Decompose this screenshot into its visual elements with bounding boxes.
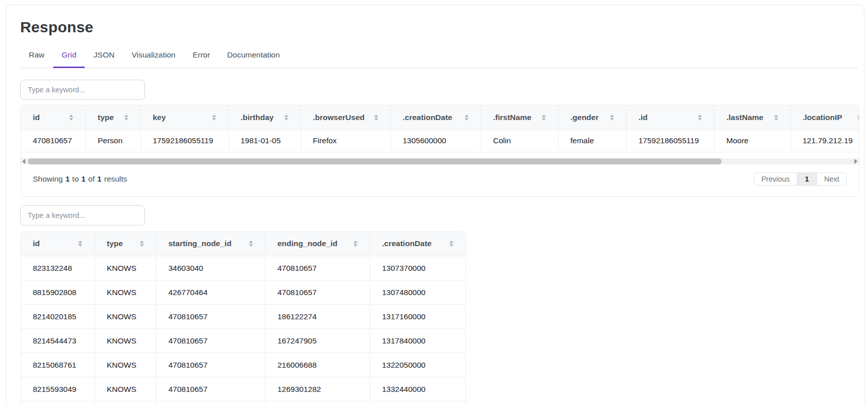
table-cell: KNOWS	[94, 377, 156, 401]
table-row: 8215593049KNOWS4708106571269301282133244…	[21, 377, 466, 401]
tab-documentation[interactable]: Documentation	[219, 50, 288, 68]
table-cell: 470810657	[156, 305, 265, 329]
table-cell	[94, 401, 156, 404]
table-cell: 470810657	[156, 377, 265, 401]
table-cell: KNOWS	[94, 353, 156, 377]
table-cell: 1332440000	[370, 377, 466, 401]
table-cell: female	[558, 130, 626, 152]
column-header-browserused[interactable]: .browserUsed	[300, 105, 390, 130]
nodes-table: idtypekey.birthday.browserUsed.creationD…	[21, 105, 859, 152]
nodes-result-grid: idtypekey.birthday.browserUsed.creationD…	[20, 105, 859, 197]
column-header-type[interactable]: type	[94, 232, 156, 256]
column-label: ending_node_id	[278, 239, 338, 248]
table-row: 8214544473KNOWS4708106571672479051317840…	[21, 329, 466, 353]
column-label: starting_node_id	[169, 239, 232, 248]
table-cell: 1307480000	[370, 280, 466, 305]
table-cell: 823132248	[21, 256, 94, 280]
current-page-button[interactable]: 1	[797, 172, 817, 186]
table-row: 470810657Person175921860551191981-01-05F…	[21, 130, 859, 152]
table-cell: 186122274	[265, 305, 370, 329]
table-cell: 17592186055119	[626, 130, 714, 152]
sort-icon[interactable]	[449, 241, 453, 247]
tab-grid[interactable]: Grid	[53, 50, 85, 68]
table-cell: 1307370000	[370, 256, 466, 280]
column-label: .id	[639, 113, 648, 122]
table-cell	[156, 401, 265, 404]
table-row	[21, 401, 466, 404]
column-header-id[interactable]: .id	[626, 105, 714, 130]
page-title: Response	[20, 18, 858, 36]
table-cell: 1317160000	[370, 305, 466, 329]
sort-icon[interactable]	[774, 114, 778, 121]
scrollbar-right-arrow-icon[interactable]	[854, 159, 857, 164]
sort-icon[interactable]	[78, 241, 82, 247]
column-label: id	[33, 239, 40, 248]
sort-icon[interactable]	[69, 114, 73, 121]
sort-icon[interactable]	[124, 114, 128, 121]
column-header-key[interactable]: key	[140, 105, 228, 130]
scrollbar-thumb[interactable]	[28, 158, 722, 164]
column-header-id[interactable]: id	[21, 232, 94, 256]
summary-to: 1	[81, 174, 86, 184]
table-cell: Person	[85, 130, 140, 152]
pagination: Previous 1 Next	[754, 172, 847, 186]
column-label: id	[33, 113, 40, 122]
sort-icon[interactable]	[284, 114, 288, 121]
horizontal-scrollbar[interactable]	[21, 158, 859, 164]
scrollbar-left-arrow-icon[interactable]	[22, 159, 25, 164]
table-cell: 1269301282	[265, 377, 370, 401]
table-cell: KNOWS	[94, 256, 156, 280]
sort-icon[interactable]	[374, 114, 378, 121]
sort-icon[interactable]	[857, 114, 859, 121]
table-cell	[370, 401, 466, 404]
sort-icon[interactable]	[610, 114, 614, 121]
tab-raw[interactable]: Raw	[20, 50, 53, 68]
sort-icon[interactable]	[249, 241, 253, 247]
sort-icon[interactable]	[542, 114, 546, 121]
tab-json[interactable]: JSON	[85, 50, 123, 68]
header-row: idtypekey.birthday.browserUsed.creationD…	[21, 105, 859, 130]
edges-result-grid: idtypestarting_node_idending_node_id.cre…	[20, 232, 466, 404]
table-cell	[265, 401, 370, 404]
sort-icon[interactable]	[353, 241, 358, 247]
column-header-firstname[interactable]: .firstName	[481, 105, 558, 130]
column-label: key	[153, 113, 166, 122]
sort-icon[interactable]	[465, 114, 469, 121]
table-cell: 34603040	[156, 256, 265, 280]
table-cell: 470810657	[265, 280, 370, 305]
column-header-creationdate[interactable]: .creationDate	[370, 232, 466, 256]
column-header-lastname[interactable]: .lastName	[714, 105, 790, 130]
table-cell: 470810657	[156, 353, 265, 377]
sort-icon[interactable]	[698, 114, 702, 121]
column-header-type[interactable]: type	[85, 105, 140, 130]
column-header-locationip[interactable]: .locationIP	[790, 105, 859, 130]
column-label: .locationIP	[803, 113, 842, 122]
column-label: type	[98, 113, 114, 122]
column-header-gender[interactable]: .gender	[558, 105, 626, 130]
table-cell: 167247905	[265, 329, 370, 353]
column-header-id[interactable]: id	[21, 105, 85, 130]
table-cell: 17592186055119	[140, 130, 228, 152]
table-row: 8215068761KNOWS4708106572160066881322050…	[21, 353, 466, 377]
sort-icon[interactable]	[140, 241, 144, 247]
column-header-birthday[interactable]: .birthday	[228, 105, 300, 130]
table-cell: KNOWS	[94, 280, 156, 305]
previous-page-button[interactable]: Previous	[754, 172, 797, 186]
response-panel: Response RawGridJSONVisualizationErrorDo…	[6, 5, 864, 404]
sort-icon[interactable]	[212, 114, 216, 121]
tab-error[interactable]: Error	[184, 50, 218, 68]
column-header-creationdate[interactable]: .creationDate	[390, 105, 481, 130]
summary-from: 1	[65, 174, 70, 184]
table-cell: 8815902808	[21, 280, 94, 305]
keyword-search-input-edges[interactable]	[20, 205, 145, 225]
summary-word: of	[88, 174, 95, 184]
column-label: .browserUsed	[313, 113, 365, 122]
column-header-ending_node_id[interactable]: ending_node_id	[265, 232, 370, 256]
column-label: .gender	[571, 113, 599, 122]
column-header-starting_node_id[interactable]: starting_node_id	[156, 232, 265, 256]
next-page-button[interactable]: Next	[816, 172, 847, 186]
results-summary: Showing 1 to 1 of 1 results	[33, 174, 127, 184]
keyword-search-input-nodes[interactable]	[20, 80, 145, 100]
table-cell: KNOWS	[94, 329, 156, 353]
tab-visualization[interactable]: Visualization	[123, 50, 184, 68]
